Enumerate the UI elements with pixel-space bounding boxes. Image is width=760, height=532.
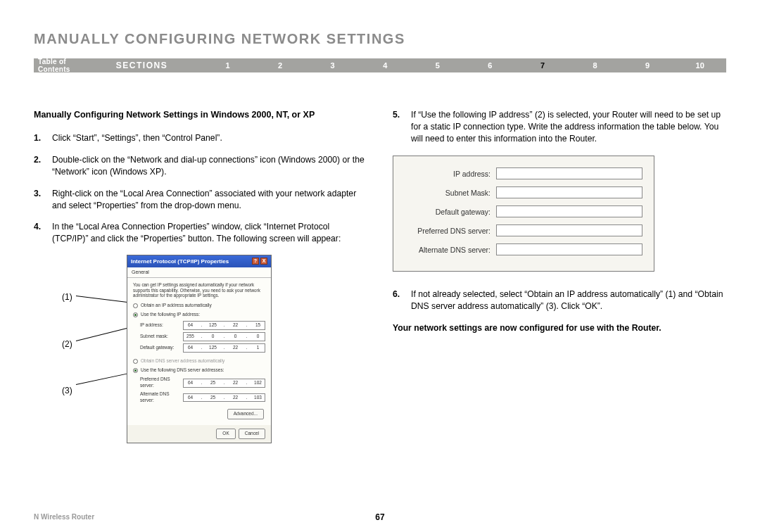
dot-icon: . [241, 334, 252, 340]
cancel-button[interactable]: Cancel [239, 429, 265, 439]
subnet-mask-input[interactable] [496, 186, 642, 198]
dot-icon: . [196, 380, 207, 386]
dot-icon: . [219, 395, 229, 401]
nav-section-1[interactable]: 1 [201, 61, 254, 70]
ok-button[interactable]: OK [216, 429, 235, 439]
ip-octet: 15 [253, 322, 263, 329]
step-text: If “Use the following IP address” (2) is… [411, 109, 726, 144]
ip-address-field[interactable]: 64. 125. 22. 15 [183, 321, 265, 330]
dot-icon: . [196, 395, 207, 401]
ip-octet: 25 [208, 395, 218, 401]
address-record-table: IP address: Subnet Mask: Default gateway… [393, 156, 654, 272]
default-gateway-field[interactable]: 64. 125. 22. 1 [183, 343, 265, 353]
ip-octet: 255 [185, 334, 196, 340]
dot-icon: . [241, 380, 252, 386]
nav-section-3[interactable]: 3 [306, 61, 359, 70]
step-2: 2. Double-click on the “Network and dial… [34, 154, 367, 178]
step-number: 3. [34, 188, 52, 212]
dot-icon: . [241, 322, 252, 329]
step-5: 5. If “Use the following IP address” (2)… [393, 109, 726, 144]
default-gateway-input[interactable] [496, 205, 642, 217]
radio-use-ip[interactable] [133, 312, 138, 317]
nav-sections-label: SECTIONS [116, 61, 201, 70]
section-subhead: Manually Configuring Network Settings in… [34, 109, 367, 121]
alternate-dns-field[interactable]: 64. 25. 22. 103 [183, 393, 265, 403]
section-navbar: Table of Contents SECTIONS 1 2 3 4 5 6 7… [34, 58, 726, 72]
dialog-tab-general[interactable]: General [127, 267, 271, 278]
step-4: 4. In the “Local Area Connection Propert… [34, 221, 367, 245]
ip-octet: 64 [185, 322, 196, 329]
radio-obtain-ip[interactable] [133, 303, 138, 308]
nav-section-10[interactable]: 10 [673, 61, 726, 70]
ip-octet: 64 [185, 395, 196, 401]
field-label: Subnet Mask: [405, 188, 496, 198]
close-icon[interactable]: X [260, 258, 267, 265]
callout-3: (3) [62, 385, 72, 397]
ip-octet: 125 [208, 345, 218, 351]
field-label: Subnet mask: [140, 334, 183, 340]
dot-icon: . [241, 395, 252, 401]
nav-section-5[interactable]: 5 [412, 61, 464, 70]
ip-octet: 22 [230, 395, 241, 401]
alternate-dns-input[interactable] [496, 243, 642, 255]
field-label: Alternate DNS server: [405, 245, 496, 255]
nav-section-6[interactable]: 6 [464, 61, 517, 70]
nav-section-7[interactable]: 7 [517, 61, 569, 70]
field-label: Default gateway: [405, 207, 496, 217]
callout-1: (1) [62, 291, 72, 303]
radio-label: Use the following DNS server addresses: [141, 367, 224, 374]
step-text: If not already selected, select “Obtain … [411, 289, 726, 312]
radio-use-dns[interactable] [133, 368, 138, 373]
dot-icon: . [196, 345, 207, 351]
step-3: 3. Right-click on the “Local Area Connec… [34, 188, 367, 212]
ip-octet: 0 [253, 334, 263, 340]
dot-icon: . [196, 322, 207, 329]
page-number: 67 [375, 512, 384, 522]
field-label: Alternate DNS server: [140, 391, 183, 404]
dot-icon: . [219, 345, 229, 351]
dot-icon: . [196, 334, 207, 340]
ip-octet: 64 [185, 345, 196, 351]
step-number: 6. [393, 289, 411, 312]
ip-octet: 103 [253, 395, 263, 401]
left-column: Manually Configuring Network Settings in… [34, 109, 367, 431]
page-footer: N Wireless Router 67 [34, 513, 726, 521]
nav-toc-link[interactable]: Table of Contents [38, 58, 116, 73]
ip-octet: 102 [253, 380, 263, 386]
right-column: 5. If “Use the following IP address” (2)… [393, 109, 726, 431]
ip-octet: 0 [208, 334, 218, 340]
ip-address-input[interactable] [496, 167, 642, 179]
final-statement: Your network settings are now configured… [393, 322, 726, 334]
step-text: Click “Start”, “Settings”, then “Control… [52, 132, 222, 144]
nav-section-4[interactable]: 4 [359, 61, 412, 70]
step-text: Double-click on the “Network and dial-up… [52, 154, 367, 178]
footer-product-name: N Wireless Router [34, 513, 94, 521]
dot-icon: . [219, 380, 229, 386]
field-label: Default gateway: [140, 345, 183, 351]
ip-octet: 25 [208, 380, 218, 386]
ip-octet: 22 [230, 322, 241, 329]
dot-icon: . [219, 334, 229, 340]
field-label: IP address: [140, 322, 183, 329]
radio-obtain-dns [133, 359, 138, 364]
help-icon[interactable]: ? [252, 258, 259, 265]
dot-icon: . [241, 345, 252, 351]
field-label: Preferred DNS server: [405, 226, 496, 236]
ip-octet: 22 [230, 380, 241, 386]
preferred-dns-field[interactable]: 64. 25. 22. 102 [183, 379, 265, 388]
nav-section-9[interactable]: 9 [621, 61, 674, 70]
radio-label: Use the following IP address: [141, 312, 200, 318]
field-label: Preferred DNS server: [140, 376, 183, 389]
subnet-mask-field[interactable]: 255. 0. 0. 0 [183, 332, 265, 341]
advanced-button[interactable]: Advanced... [227, 409, 264, 419]
nav-section-2[interactable]: 2 [254, 61, 307, 70]
callout-2: (2) [62, 338, 72, 350]
ip-octet: 0 [230, 334, 241, 340]
step-number: 2. [34, 154, 52, 178]
step-6: 6. If not already selected, select “Obta… [393, 289, 726, 312]
nav-section-8[interactable]: 8 [569, 61, 621, 70]
step-number: 4. [34, 221, 52, 245]
dialog-title: Internet Protocol (TCP/IP) Properties [131, 258, 229, 265]
preferred-dns-input[interactable] [496, 224, 642, 236]
ip-octet: 1 [253, 345, 263, 351]
